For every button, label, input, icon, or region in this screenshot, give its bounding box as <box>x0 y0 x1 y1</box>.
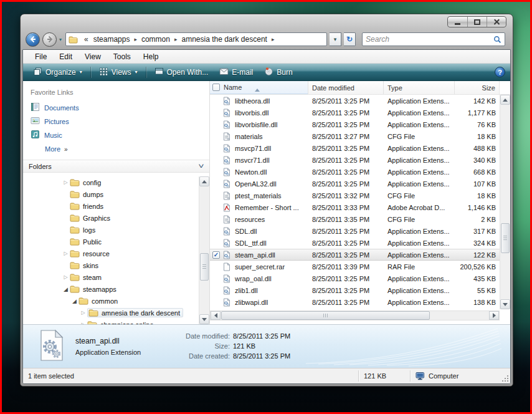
menu-item-view[interactable]: View <box>79 51 107 62</box>
menu-item-tools[interactable]: Tools <box>108 51 136 62</box>
file-row[interactable]: super_secret.rar8/25/2011 3:39 PMRAR Fil… <box>210 261 500 272</box>
minimize-icon <box>455 23 460 25</box>
tree-item-dumps[interactable]: dumps <box>23 188 199 200</box>
title-bar[interactable] <box>21 14 513 29</box>
expand-arrow-icon[interactable]: ▷ <box>62 180 70 185</box>
file-row[interactable]: SDL_ttf.dll8/25/2011 3:25 PMApplication … <box>210 237 500 249</box>
file-row[interactable]: zlib1.dll8/25/2011 3:25 PMApplication Ex… <box>210 284 500 296</box>
file-row[interactable]: wrap_oal.dll8/25/2011 3:25 PMApplication… <box>210 272 500 284</box>
file-row[interactable]: Remember - Short ...8/25/2011 3:33 PMAdo… <box>210 201 500 213</box>
tree-item-public[interactable]: Public <box>23 236 199 248</box>
expand-arrow-icon[interactable]: ▷ <box>79 310 87 315</box>
maximize-button[interactable] <box>467 17 487 27</box>
list-vertical-scrollbar[interactable] <box>500 95 510 309</box>
toolbar-button-openwith[interactable]: Open With... <box>150 65 214 79</box>
details-pane: steam_api.dll Application Extension Date… <box>23 324 510 368</box>
toolbar-button-views[interactable]: Views▾ <box>94 65 143 80</box>
scroll-down-button[interactable] <box>199 314 209 324</box>
folder-icon <box>70 238 80 246</box>
file-row[interactable]: libvorbisfile.dll8/25/2011 3:25 PMApplic… <box>210 118 500 130</box>
scrollbar-thumb[interactable] <box>200 253 209 281</box>
scroll-up-button[interactable] <box>199 176 209 186</box>
scroll-up-button[interactable] <box>500 95 510 105</box>
more-links[interactable]: More » <box>23 142 209 156</box>
breadcrumb-item[interactable]: steamapps <box>92 35 132 44</box>
expand-arrow-icon[interactable]: ▷ <box>62 274 70 280</box>
tree-item-config[interactable]: ▷config <box>23 176 199 188</box>
refresh-button[interactable]: ↻ <box>344 32 356 46</box>
file-row[interactable]: msvcr71.dll8/25/2011 3:25 PMApplication … <box>210 154 500 166</box>
list-horizontal-scrollbar[interactable] <box>210 310 500 320</box>
help-button[interactable]: ? <box>495 67 505 77</box>
tree-item-steamapps[interactable]: ◢steamapps <box>23 283 199 295</box>
tree-item-common[interactable]: ◢common <box>23 295 199 307</box>
sidebar-link-music[interactable]: Music <box>23 128 209 142</box>
tree-item-graphics[interactable]: Graphics <box>23 212 199 224</box>
breadcrumb-item[interactable]: common <box>140 35 172 44</box>
scrollbar-thumb[interactable] <box>501 223 510 253</box>
breadcrumb-item[interactable]: amnesia the dark descent <box>179 35 268 44</box>
file-row[interactable]: zlibwapi.dll8/25/2011 3:25 PMApplication… <box>210 296 500 308</box>
menu-item-edit[interactable]: Edit <box>54 51 78 62</box>
breadcrumb-overflow[interactable]: « <box>83 35 90 44</box>
file-row[interactable]: ptest_materials8/25/2011 3:32 PMCFG File… <box>210 190 500 201</box>
toolbar-button-organize[interactable]: Organize▾ <box>28 65 87 80</box>
file-row[interactable]: ✓steam_api.dll8/25/2011 3:25 PMApplicati… <box>210 249 500 261</box>
tree-label-group: friends <box>70 202 103 210</box>
refresh-icon: ↻ <box>346 35 353 44</box>
tree-item-amnesia-the-dark-descent[interactable]: ▷amnesia the dark descent <box>23 307 199 319</box>
collapse-arrow-icon[interactable]: ◢ <box>62 286 70 292</box>
header-checkbox[interactable] <box>212 84 220 91</box>
file-row[interactable]: Newton.dll8/25/2011 3:25 PMApplication E… <box>210 166 500 178</box>
collapse-arrow-icon[interactable]: ◢ <box>70 298 78 304</box>
recent-pages-caret[interactable]: ▾ <box>59 37 62 42</box>
column-header-date-modified[interactable]: Date modified <box>308 81 384 94</box>
sidebar-link-pictures[interactable]: Pictures <box>23 115 209 128</box>
file-row[interactable]: materials8/25/2011 3:27 PMCFG File18 KB <box>210 130 500 142</box>
scroll-right-button[interactable] <box>489 311 499 320</box>
toolbar-button-burn[interactable]: Burn <box>259 65 297 80</box>
column-header-type[interactable]: Type <box>384 81 455 94</box>
checked-checkbox[interactable]: ✓ <box>212 251 220 259</box>
tree-item-friends[interactable]: friends <box>23 200 199 212</box>
resize-grip[interactable] <box>501 375 509 382</box>
file-row[interactable]: resources8/25/2011 3:35 PMCFG File2 KB <box>210 213 500 225</box>
search-input[interactable] <box>366 35 491 44</box>
sidebar-link-documents[interactable]: Documents <box>23 101 209 115</box>
file-row[interactable]: libtheora.dll8/25/2011 3:25 PMApplicatio… <box>210 95 500 107</box>
tree-item-resource[interactable]: ▷resource <box>23 248 199 259</box>
menu-item-help[interactable]: Help <box>138 51 164 62</box>
column-header-name[interactable]: Name <box>210 81 308 94</box>
address-dropdown-button[interactable]: ▾ <box>330 32 341 46</box>
tree-scrollbar[interactable] <box>199 176 209 324</box>
tree-item-champions-online[interactable]: ▷champions online <box>23 319 199 324</box>
close-icon <box>493 19 500 26</box>
row-checkbox[interactable]: ✓ <box>212 251 222 259</box>
dll-file-icon <box>222 251 232 259</box>
menu-item-file[interactable]: File <box>29 51 52 62</box>
search-icon[interactable] <box>493 36 501 44</box>
tree-item-steam[interactable]: ▷steam <box>23 271 199 283</box>
expand-arrow-icon[interactable]: ▷ <box>62 251 70 256</box>
file-type-cell: CFG File <box>384 216 455 223</box>
toolbar-button-email[interactable]: E-mail <box>214 65 258 79</box>
folders-band[interactable]: Folders ˅ <box>23 160 209 173</box>
file-row[interactable]: libvorbis.dll8/25/2011 3:25 PMApplicatio… <box>210 107 500 118</box>
tree-item-skins[interactable]: skins <box>23 259 199 271</box>
forward-button[interactable] <box>42 32 57 47</box>
column-header-size[interactable]: Size <box>455 81 500 94</box>
close-button[interactable] <box>487 17 506 27</box>
scroll-down-button[interactable] <box>500 299 510 309</box>
minimize-button[interactable] <box>448 17 467 27</box>
file-row[interactable]: SDL.dll8/25/2011 3:25 PMApplication Exte… <box>210 225 500 237</box>
file-row[interactable]: msvcp71.dll8/25/2011 3:25 PMApplication … <box>210 142 500 154</box>
file-row[interactable]: OpenAL32.dll8/25/2011 3:25 PMApplication… <box>210 178 500 190</box>
tree-item-logs[interactable]: logs <box>23 224 199 236</box>
back-button[interactable] <box>26 32 40 47</box>
scroll-left-button[interactable] <box>211 311 221 320</box>
tree-label-group: steam <box>70 273 102 281</box>
breadcrumb[interactable]: « steamapps▸common▸amnesia the dark desc… <box>65 32 327 46</box>
file-name-cell: materials <box>210 132 308 141</box>
tree-item-label: resource <box>83 250 110 258</box>
scrollbar-thumb[interactable] <box>221 311 430 320</box>
